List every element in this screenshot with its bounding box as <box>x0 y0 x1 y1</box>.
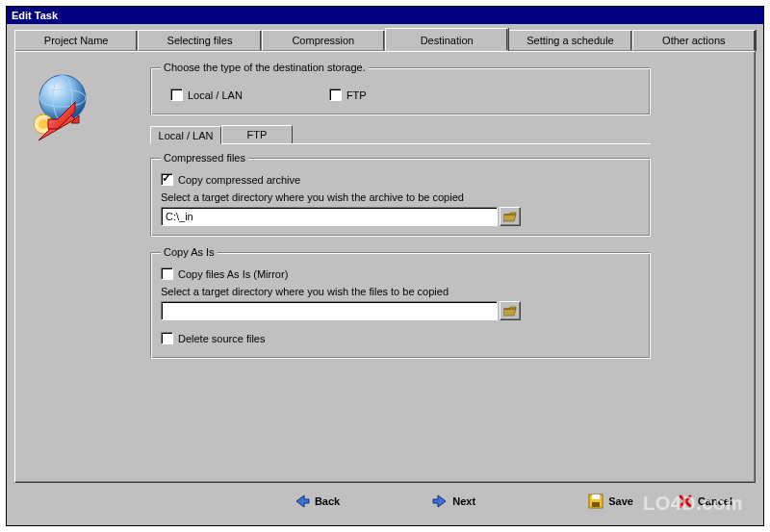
floppy-disk-icon <box>588 494 603 509</box>
save-label: Save <box>608 495 633 507</box>
delete-source-label: Delete source files <box>178 333 266 344</box>
copyasis-desc: Select a target directory where you wish… <box>161 286 640 297</box>
save-button[interactable]: Save <box>580 491 641 512</box>
copyasis-legend: Copy As Is <box>161 246 218 258</box>
checkbox-icon <box>170 89 183 101</box>
subtab-ftp[interactable]: FTP <box>221 125 293 143</box>
storage-legend: Choose the type of the destination stora… <box>161 62 369 73</box>
tab-label: Destination <box>421 35 474 46</box>
browse-copyasis-button[interactable] <box>500 301 521 320</box>
tab-other-actions[interactable]: Other actions <box>632 30 756 51</box>
tab-panel-destination: Choose the type of the destination stora… <box>14 51 756 483</box>
checkbox-icon <box>161 267 173 280</box>
tab-project-name[interactable]: Project Name <box>14 30 138 51</box>
checkbox-icon <box>161 173 173 186</box>
checkbox-icon <box>329 89 342 101</box>
folder-open-icon <box>503 211 517 222</box>
folder-open-icon <box>503 305 517 317</box>
local-lan-label: Local / LAN <box>188 89 243 101</box>
ftp-checkbox-row[interactable]: FTP <box>329 89 367 101</box>
titlebar: Edit Task <box>7 7 763 24</box>
compressed-desc: Select a target directory where you wish… <box>161 191 640 203</box>
cancel-label: Cancel <box>698 495 732 507</box>
browse-compressed-button[interactable] <box>500 207 521 226</box>
tab-destination[interactable]: Destination <box>385 28 508 51</box>
next-button[interactable]: Next <box>424 491 483 512</box>
svg-point-4 <box>38 119 48 129</box>
tab-schedule[interactable]: Setting a schedule <box>508 30 631 51</box>
window-title: Edit Task <box>12 10 58 21</box>
copy-as-is-group: Copy As Is Copy files As Is (Mirror) Sel… <box>150 246 651 359</box>
body: Project Name Selecting files Compression… <box>7 24 763 525</box>
tab-label: Setting a schedule <box>526 35 614 46</box>
window: Edit Task Project Name Selecting files C… <box>6 6 764 526</box>
subtab-label: Local / LAN <box>159 130 214 141</box>
compressed-files-group: Compressed files Copy compressed archive… <box>150 152 651 237</box>
globe-arrow-icon <box>29 71 96 143</box>
arrow-left-icon <box>295 494 310 509</box>
main-column: Choose the type of the destination stora… <box>150 62 745 472</box>
storage-type-group: Choose the type of the destination stora… <box>150 62 651 115</box>
copy-compressed-label: Copy compressed archive <box>178 174 300 186</box>
compressed-legend: Compressed files <box>161 152 248 164</box>
ftp-label: FTP <box>346 89 367 101</box>
side-icon <box>25 62 150 472</box>
subtabs: Local / LAN FTP <box>150 125 651 144</box>
next-label: Next <box>452 495 475 507</box>
button-bar: Back Next Save <box>14 483 756 519</box>
checkbox-icon <box>161 332 173 344</box>
subtab-label: FTP <box>247 129 268 140</box>
local-lan-checkbox-row[interactable]: Local / LAN <box>170 89 243 101</box>
tab-label: Compression <box>292 35 354 46</box>
back-button[interactable]: Back <box>287 491 347 512</box>
tab-label: Project Name <box>44 35 109 46</box>
compressed-path-input[interactable] <box>161 207 498 226</box>
tab-compression[interactable]: Compression <box>262 30 385 51</box>
tab-label: Other actions <box>662 35 725 46</box>
close-x-icon <box>678 494 693 509</box>
delete-source-checkbox-row[interactable]: Delete source files <box>161 332 640 344</box>
main-tabs: Project Name Selecting files Compression… <box>14 30 756 51</box>
copy-asis-label: Copy files As Is (Mirror) <box>178 268 288 280</box>
svg-rect-6 <box>592 494 600 499</box>
tab-selecting-files[interactable]: Selecting files <box>138 30 261 51</box>
arrow-right-icon <box>432 494 448 509</box>
back-label: Back <box>315 495 340 507</box>
svg-rect-7 <box>592 502 600 507</box>
copyasis-path-input[interactable] <box>161 301 498 320</box>
copy-compressed-checkbox-row[interactable]: Copy compressed archive <box>161 173 640 186</box>
tab-label: Selecting files <box>167 35 233 46</box>
cancel-button[interactable]: Cancel <box>670 491 740 512</box>
subtab-local-lan[interactable]: Local / LAN <box>150 126 221 144</box>
copy-asis-checkbox-row[interactable]: Copy files As Is (Mirror) <box>161 267 640 280</box>
